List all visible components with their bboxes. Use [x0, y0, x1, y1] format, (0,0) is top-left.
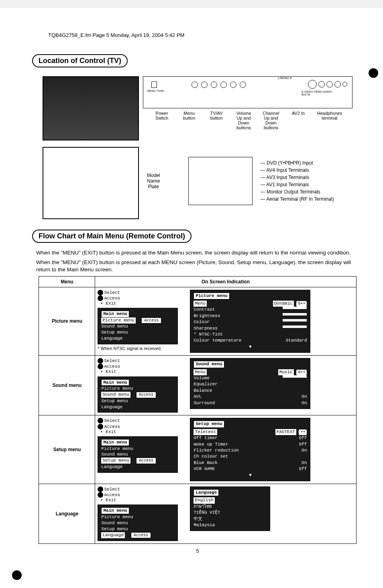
osd-main-language: Main menu Picture menu Sound menu Setup … [98, 505, 178, 541]
label-channel: Channel Up and Down buttons [259, 111, 283, 130]
osd-sub-picture: Picture menu MenuDynamic 0•• Contrast Br… [190, 290, 310, 353]
panel-label-lmono: L/MONO R [278, 77, 292, 79]
section-title-flowchart: Flow Chart of Main Menu (Remote Control) [32, 230, 192, 243]
rear-panel-mini [188, 157, 253, 205]
tv-diagram: MENU TV/AV L/MONO R S-VIDEO VIDEO AUDIO [40, 74, 355, 222]
row-label-picture: Picture menu [39, 287, 95, 356]
row-label-language: Language [39, 484, 95, 543]
ntsc-note: * When NTSC signal is received. [98, 346, 178, 351]
table-row-sound: Sound menu Select Access • Exit Main men… [39, 356, 356, 415]
section-title-location: Location of Control (TV) [32, 54, 128, 67]
label-power: Power Switch [150, 111, 174, 130]
osd-sub-language: Language English ภาษาไทย TIẾNG VIỆT 中文 M… [190, 486, 270, 531]
tv-rear-illustration [43, 147, 139, 219]
label-headphones: Headphones terminal [314, 111, 346, 130]
print-mark [369, 68, 378, 78]
table-row-language: Language Select Access • Exit Main menu … [39, 484, 356, 543]
label-dvd-input: DVD (Y•PB•PR) Input [261, 159, 334, 167]
th-menu: Menu [39, 276, 95, 287]
osd-main-sound: Main menu Picture menu Sound menu Access… [98, 376, 178, 413]
nav-hints: Select Access • Exit [98, 486, 178, 503]
flow-chart-table: Menu On Screen Indication Picture menu S… [39, 276, 356, 544]
print-mark [12, 570, 22, 580]
table-row-picture: Picture menu Select Access • Exit Main m… [39, 287, 356, 356]
nav-hints: Select Access • Exit [98, 418, 178, 434]
tv-front-illustration [43, 76, 139, 140]
th-osi: On Screen Indication [95, 276, 356, 287]
top-control-panel: MENU TV/AV L/MONO R S-VIDEO VIDEO AUDIO [143, 76, 352, 108]
panel-label-svideo: S-VIDEO VIDEO AUDIO AV2 IN [302, 90, 332, 96]
label-aerial: Aerial Terminal (RF In Terminal) [261, 195, 334, 203]
page-number: 5 [32, 548, 363, 554]
manual-page: { "header": { "file_line": "TQB4G2758_E.… [0, 8, 383, 588]
osd-main-setup: Main menu Picture menu Sound menu Setup … [98, 436, 178, 473]
osd-sub-sound: Sound menu MenuMusic 0•• Volume Equalize… [190, 358, 310, 409]
rear-labels: DVD (Y•PB•PR) Input AV4 Input Terminals … [261, 159, 334, 203]
label-tvav: TV/AV button [204, 111, 228, 130]
label-av3: AV3 Input Terminals [261, 174, 334, 181]
label-av2: AV2 In [286, 111, 310, 130]
label-menu: Menu button [177, 111, 201, 130]
panel-label-menutvav: MENU TV/AV [147, 90, 164, 92]
flow-intro-p1: When the "MENU" (EXIT) button is pressed… [36, 249, 359, 256]
nav-hints: Select Access • Exit [98, 290, 178, 306]
label-av4: AV4 Input Terminals [261, 167, 334, 174]
table-row-setup: Setup menu Select Access • Exit Main men… [39, 415, 356, 484]
osd-main-picture: Main menu Picture menu Access Sound menu… [98, 308, 178, 344]
flow-intro-p2: When the "MENU" (EXIT) button is pressed… [36, 259, 359, 273]
control-labels-row: Power Switch Menu button TV/AV button Vo… [143, 111, 352, 130]
label-av1: AV1 Input Terminals [261, 181, 334, 188]
label-volume: Volume Up and Down buttons [232, 111, 256, 130]
nav-hints: Select Access • Exit [98, 358, 178, 374]
row-label-setup: Setup menu [39, 415, 95, 484]
label-model-plate: Model Name Plate [147, 173, 160, 189]
label-monitor-out: Monitor Output Terminals [261, 188, 334, 195]
file-header: TQB4G2758_E.fm Page 5 Monday, April 19, … [48, 32, 363, 38]
osd-sub-setup: Setup menu TeletextFASTEXT •• Off timerO… [190, 418, 310, 481]
row-label-sound: Sound menu [39, 356, 95, 415]
